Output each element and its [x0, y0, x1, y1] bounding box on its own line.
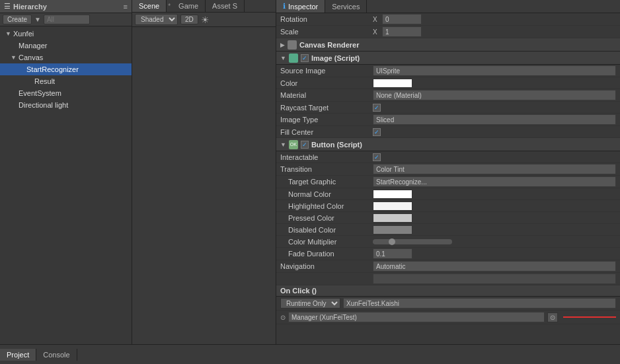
fill-center-checkbox[interactable] [373, 128, 381, 136]
create-button[interactable]: Create [3, 15, 32, 24]
transition-row: Transition Color Tint [276, 163, 620, 176]
arrow-indicator [563, 316, 616, 318]
target-graphic-field[interactable]: StartRecognize... [373, 176, 616, 187]
material-value: None (Material) [373, 90, 616, 100]
manager-dots[interactable]: ⊙ [547, 312, 558, 322]
manager-icon: ⊙ [280, 314, 286, 321]
disabled-color-row: Disabled Color [276, 224, 620, 236]
navigation-extra-row [276, 273, 620, 285]
color-multiplier-row: Color Multiplier [276, 236, 620, 248]
runtime-only-select[interactable]: Runtime Only [280, 298, 340, 309]
image-type-field[interactable]: Sliced [373, 114, 616, 125]
transition-field[interactable]: Color Tint [373, 164, 616, 174]
material-label: Material [280, 91, 373, 99]
scene-tab-scene[interactable]: Scene [132, 0, 167, 12]
pressed-color-swatch[interactable] [373, 213, 412, 223]
on-click-title: On Click () [280, 287, 317, 295]
eventsystem-label: EventSystem [19, 88, 61, 98]
disabled-color-swatch[interactable] [373, 225, 412, 235]
button-icon: OK [289, 140, 298, 149]
button-checkbox[interactable] [301, 141, 309, 149]
color-multiplier-value [373, 239, 616, 244]
on-click-manager-row: ⊙ Manager (XunFeiTest) ⊙ [276, 310, 620, 324]
tree-item-result[interactable]: Result [0, 75, 132, 87]
tree-item-canvas[interactable]: ▼ Canvas [0, 52, 132, 63]
color-swatch[interactable] [373, 79, 412, 88]
inspector-icon: ℹ [283, 2, 286, 11]
lighting-button[interactable]: ☀ [201, 15, 210, 25]
pressed-color-value [373, 213, 616, 223]
scene-tab-bar: Scene * Game Asset S [132, 0, 276, 13]
startrecognizer-label: StartRecognizer [26, 64, 79, 75]
canvas-renderer-title: Canvas Renderer [299, 41, 360, 49]
hierarchy-search[interactable] [44, 15, 90, 24]
normal-color-swatch[interactable] [373, 190, 412, 199]
scene-tab-game[interactable]: Game [172, 0, 206, 12]
project-tab[interactable]: Project [0, 349, 36, 361]
source-image-field[interactable]: UISprite [373, 65, 616, 76]
pressed-color-label: Pressed Color [280, 214, 373, 222]
tree-item-directionallight[interactable]: Directional light [0, 99, 132, 111]
normal-color-value [373, 190, 616, 199]
function-field[interactable]: XunFeiTest.Kaishi [343, 298, 616, 309]
canvas-renderer-header: ▶ Canvas Renderer [276, 38, 620, 52]
source-image-value: UISprite [373, 65, 616, 76]
hierarchy-menu-icon[interactable]: ≡ [124, 3, 128, 11]
manager-label: Manager [19, 40, 47, 51]
normal-color-row: Normal Color [276, 188, 620, 200]
scale-xy: X [373, 26, 422, 37]
color-multiplier-slider[interactable] [373, 239, 452, 244]
image-triangle: ▼ [280, 55, 286, 61]
tree-item-manager[interactable]: Manager [0, 40, 132, 52]
inspector-panel: ℹ Inspector Services Rotation X [276, 0, 620, 344]
target-graphic-value: StartRecognize... [373, 176, 616, 187]
hierarchy-icon: ☰ [4, 2, 11, 11]
scene-tab-assets[interactable]: Asset S [206, 0, 245, 12]
tree-item-xunfei[interactable]: ▼ Xunfei [0, 28, 132, 40]
on-click-header: On Click () [276, 285, 620, 297]
fill-center-row: Fill Center [276, 126, 620, 138]
interactable-label: Interactable [280, 153, 373, 161]
tree-item-startrecognizer[interactable]: StartRecognizer [0, 63, 132, 75]
tree-item-eventsystem[interactable]: EventSystem [0, 87, 132, 99]
image-checkbox[interactable] [301, 54, 309, 62]
console-tab[interactable]: Console [36, 349, 77, 361]
rotation-x-input[interactable] [382, 14, 422, 24]
rotation-x-label: X [373, 16, 381, 23]
source-image-label: Source Image [280, 67, 373, 75]
transition-value: Color Tint [373, 164, 616, 174]
navigation-label: Navigation [280, 262, 373, 270]
material-field[interactable]: None (Material) [373, 90, 616, 100]
color-multiplier-thumb [389, 238, 395, 245]
hierarchy-toolbar: Create ▼ [0, 13, 132, 26]
manager-field[interactable]: Manager (XunFeiTest) [288, 312, 545, 322]
scale-x-input[interactable] [382, 26, 422, 37]
raycast-checkbox[interactable] [373, 104, 381, 112]
shading-select[interactable]: Shaded [135, 14, 178, 25]
image-icon [289, 54, 298, 63]
fade-duration-input[interactable] [373, 248, 412, 259]
services-tab[interactable]: Services [325, 0, 367, 13]
color-label: Color [280, 79, 373, 87]
hierarchy-panel: ☰ Hierarchy ≡ Create ▼ ▼ Xunfei [0, 0, 132, 344]
directionallight-label: Directional light [19, 100, 68, 110]
rotation-label: Rotation [280, 15, 373, 23]
navigation-field[interactable]: Automatic [373, 261, 616, 272]
button-title: Button (Script) [311, 141, 362, 149]
scene-panel: Scene * Game Asset S Shaded 2D ☀ [132, 0, 276, 344]
color-value [373, 79, 616, 88]
2d-button[interactable]: 2D [180, 15, 198, 24]
result-label: Result [34, 76, 55, 87]
raycast-value [373, 104, 616, 112]
disabled-color-value [373, 225, 616, 235]
interactable-checkbox[interactable] [373, 153, 381, 161]
hierarchy-header: ☰ Hierarchy ≡ [0, 0, 132, 13]
inspector-tab[interactable]: ℹ Inspector [276, 0, 325, 13]
rotation-xy: X [373, 14, 422, 24]
highlighted-color-swatch[interactable] [373, 201, 412, 211]
material-row: Material None (Material) [276, 89, 620, 102]
button-script-header: ▼ OK Button (Script) [276, 138, 620, 151]
navigation-value: Automatic [373, 261, 616, 272]
fill-center-label: Fill Center [280, 128, 373, 136]
scene-container: StartRecognizer ✛ [132, 27, 276, 344]
